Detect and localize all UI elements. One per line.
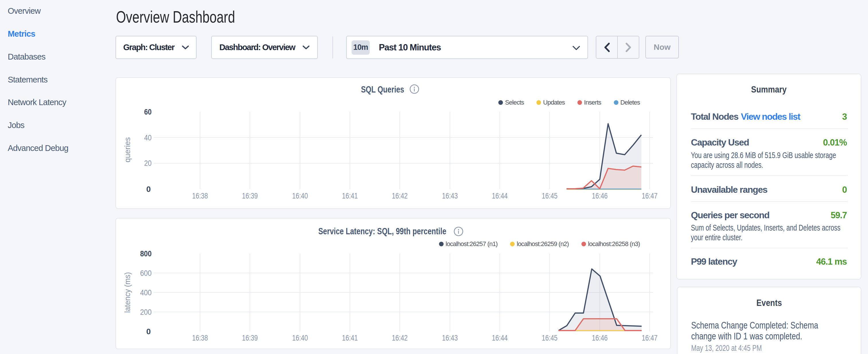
svg-text:400: 400 — [140, 288, 152, 297]
svg-text:60: 60 — [144, 107, 152, 116]
svg-text:20: 20 — [144, 159, 152, 167]
svg-text:16:47: 16:47 — [642, 333, 658, 342]
svg-text:16:41: 16:41 — [342, 333, 358, 342]
svg-text:800: 800 — [140, 249, 152, 258]
svg-text:16:43: 16:43 — [442, 333, 458, 342]
svg-text:600: 600 — [140, 269, 152, 278]
svg-text:16:46: 16:46 — [592, 333, 608, 342]
svg-text:0: 0 — [146, 185, 151, 194]
svg-text:16:45: 16:45 — [542, 333, 558, 342]
svg-text:16:44: 16:44 — [492, 191, 508, 200]
svg-text:16:42: 16:42 — [392, 333, 408, 342]
svg-text:16:43: 16:43 — [442, 191, 458, 200]
svg-text:40: 40 — [144, 133, 152, 142]
svg-text:16:46: 16:46 — [592, 191, 608, 200]
svg-text:16:45: 16:45 — [542, 191, 558, 200]
svg-text:16:40: 16:40 — [292, 191, 308, 200]
svg-text:16:40: 16:40 — [292, 333, 308, 342]
svg-text:16:41: 16:41 — [342, 191, 358, 200]
svg-text:16:44: 16:44 — [492, 333, 508, 342]
svg-text:16:39: 16:39 — [242, 191, 258, 200]
svg-text:200: 200 — [140, 308, 152, 317]
svg-text:16:39: 16:39 — [242, 333, 258, 342]
svg-text:queries: queries — [123, 137, 132, 162]
svg-text:16:38: 16:38 — [192, 333, 208, 342]
svg-text:16:42: 16:42 — [392, 191, 408, 200]
svg-text:latency (ms): latency (ms) — [123, 272, 132, 313]
svg-text:16:38: 16:38 — [192, 191, 208, 200]
svg-text:0: 0 — [146, 327, 151, 336]
svg-text:16:47: 16:47 — [642, 191, 658, 200]
